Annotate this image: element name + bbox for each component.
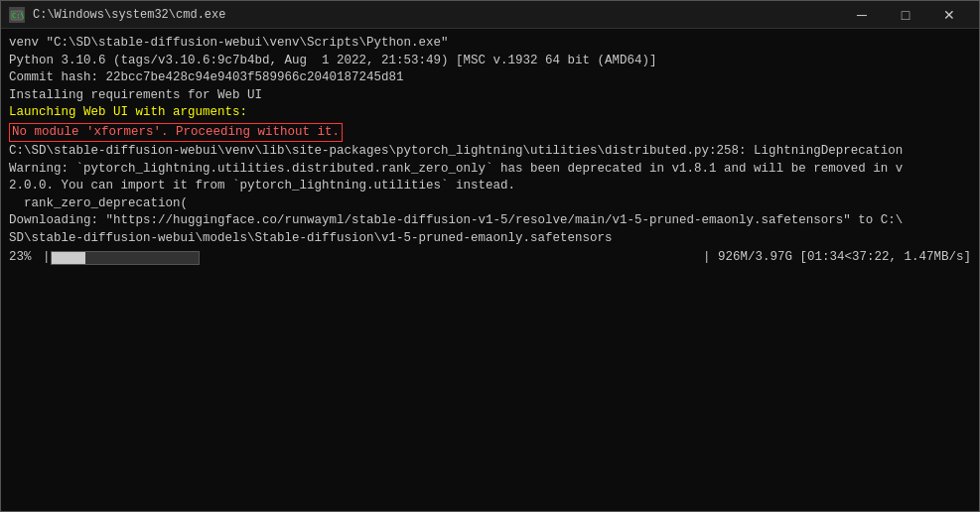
terminal-line: C:\SD\stable-diffusion-webui\venv\lib\si…	[9, 143, 971, 161]
minimize-button[interactable]: ─	[840, 1, 884, 29]
progress-info-text: | 926M/3.97G [01:34<37:22, 1.47MB/s]	[703, 249, 971, 267]
window-title: C:\Windows\system32\cmd.exe	[33, 8, 840, 22]
window-controls: ─ □ ✕	[840, 1, 971, 29]
title-bar: C:\ C:\Windows\system32\cmd.exe ─ □ ✕	[1, 1, 979, 29]
progress-bar-separator: |	[43, 249, 51, 267]
app-icon: C:\	[9, 7, 25, 23]
terminal-line: rank_zero_deprecation(	[9, 195, 971, 213]
close-button[interactable]: ✕	[927, 1, 971, 29]
download-progress: 23% | | 926M/3.97G [01:34<37:22, 1.47MB/…	[9, 249, 971, 267]
terminal-line-xformers-warning: No module 'xformers'. Proceeding without…	[9, 123, 343, 143]
maximize-button[interactable]: □	[884, 1, 927, 29]
progress-bar-track	[51, 251, 200, 265]
terminal-line-launching: Launching Web UI with arguments:	[9, 104, 971, 122]
terminal-line: 2.0.0. You can import it from `pytorch_l…	[9, 178, 971, 195]
terminal-line: SD\stable-diffusion-webui\models\Stable-…	[9, 230, 971, 248]
terminal-line: Installing requirements for Web UI	[9, 87, 971, 105]
progress-bar-fill	[52, 252, 85, 264]
terminal-line: Commit hash: 22bcc7be428c94e9403f589966c…	[9, 69, 971, 87]
terminal-output: venv "C:\SD\stable-diffusion-webui\venv\…	[1, 29, 979, 511]
progress-percent: 23%	[9, 249, 39, 267]
terminal-line: Downloading: "https://huggingface.co/run…	[9, 212, 971, 230]
terminal-line: Python 3.10.6 (tags/v3.10.6:9c7b4bd, Aug…	[9, 53, 971, 70]
cmd-window: C:\ C:\Windows\system32\cmd.exe ─ □ ✕ ve…	[0, 0, 980, 512]
terminal-line: venv "C:\SD\stable-diffusion-webui\venv\…	[9, 35, 971, 53]
terminal-line: Warning: `pytorch_lightning.utilities.di…	[9, 161, 971, 179]
svg-text:C:\: C:\	[12, 12, 24, 20]
